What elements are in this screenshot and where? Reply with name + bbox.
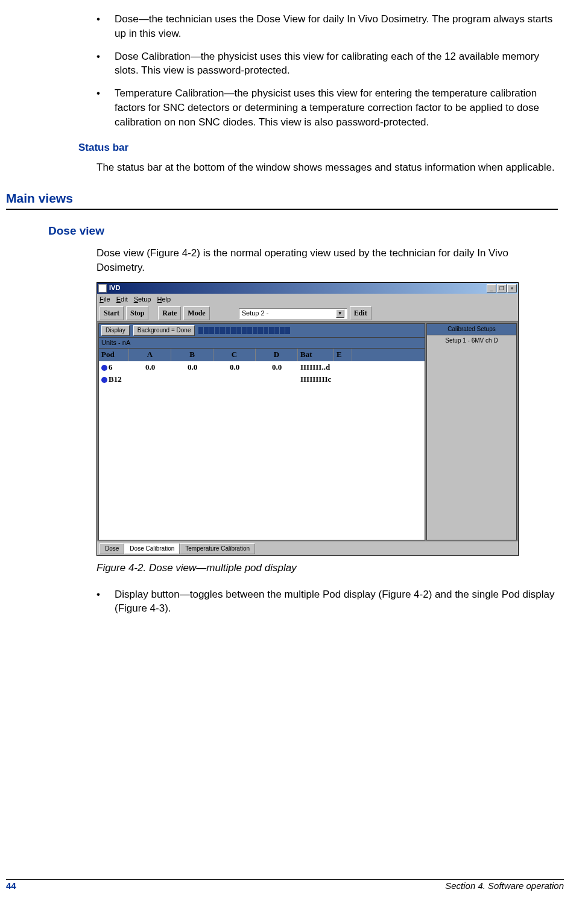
- page-number: 44: [6, 879, 16, 892]
- rate-button[interactable]: Rate: [158, 306, 181, 320]
- mode-button[interactable]: Mode: [183, 306, 209, 320]
- cell: [256, 373, 298, 385]
- status-bar-heading: Status bar: [78, 141, 558, 155]
- titlebar-text: IVD: [109, 283, 487, 292]
- col-e: E: [334, 349, 352, 361]
- dose-view-body: Dose view (Figure 4-2) is the normal ope…: [96, 246, 558, 275]
- calibrated-setups-header: Calibrated Setups: [426, 323, 517, 335]
- pod-id: B12: [109, 375, 122, 384]
- background-status: Background = Done: [133, 325, 195, 336]
- status-bar-body: The status bar at the bottom of the wind…: [96, 160, 558, 175]
- menu-edit[interactable]: Edit: [116, 295, 128, 304]
- cell: [334, 361, 352, 373]
- cell: [213, 373, 256, 385]
- calibrated-setup-item[interactable]: Setup 1 - 6MV ch D: [428, 337, 515, 345]
- cell: [129, 373, 171, 385]
- figure-caption: Figure 4-2. Dose view—multiple pod displ…: [96, 561, 558, 575]
- cell: 0.0: [213, 361, 256, 373]
- bullet-item: Display button—toggles between the multi…: [96, 587, 558, 616]
- table-row: 6 0.0 0.0 0.0 0.0 IIIIIII..d: [99, 361, 425, 373]
- cell: 0.0: [129, 361, 171, 373]
- col-c: C: [213, 349, 256, 361]
- tab-dose-calibration[interactable]: Dose Calibration: [124, 543, 180, 554]
- stop-button[interactable]: Stop: [126, 306, 148, 320]
- tab-dose[interactable]: Dose: [100, 543, 124, 554]
- col-d: D: [256, 349, 298, 361]
- col-a: A: [129, 349, 171, 361]
- menu-setup[interactable]: Setup: [134, 295, 151, 304]
- app-icon: [98, 284, 107, 292]
- menu-file[interactable]: File: [100, 295, 110, 304]
- menubar: File Edit Setup Help: [97, 294, 518, 305]
- col-b: B: [171, 349, 213, 361]
- setup-select[interactable]: Setup 2 - ▼: [239, 308, 347, 319]
- progress-bar: [198, 327, 290, 334]
- bat-cell: IIIIIIIIIc: [298, 373, 334, 385]
- status-dot-icon: [101, 377, 107, 383]
- bullet-item: Temperature Calibration—the physicist us…: [96, 86, 558, 129]
- grid-header: Pod A B C D Bat E: [99, 349, 425, 361]
- main-views-heading: Main views: [6, 189, 558, 207]
- bullet-item: Dose Calibration—the physicist uses this…: [96, 49, 558, 78]
- col-bat: Bat: [298, 349, 334, 361]
- bat-cell: IIIIIII..d: [298, 361, 334, 373]
- display-toggle-button[interactable]: Display: [101, 325, 130, 336]
- section-label: Section 4. Software operation: [445, 879, 564, 892]
- cell: [171, 373, 213, 385]
- table-row: B12 IIIIIIIIIc: [99, 373, 425, 385]
- titlebar: IVD _ ❐ ×: [97, 283, 518, 294]
- maximize-button[interactable]: ❐: [497, 284, 507, 292]
- pod-id: 6: [109, 362, 113, 372]
- pod-grid: Pod A B C D Bat E 6 0.0 0.0 0.0: [98, 349, 425, 540]
- top-bullet-list: Dose—the technician uses the Dose View f…: [96, 12, 558, 130]
- edit-button[interactable]: Edit: [350, 306, 371, 320]
- after-figure-bullets: Display button—toggles between the multi…: [96, 587, 558, 616]
- units-label: Units - nA: [98, 338, 425, 349]
- setup-select-value: Setup 2 -: [242, 309, 269, 318]
- dose-view-heading: Dose view: [48, 223, 558, 239]
- ivd-app-window: IVD _ ❐ × File Edit Setup Help Start Sto…: [96, 282, 519, 556]
- left-panel-header: Display Background = Done: [98, 323, 425, 338]
- cell: [334, 373, 352, 385]
- bullet-item: Dose—the technician uses the Dose View f…: [96, 12, 558, 41]
- start-button[interactable]: Start: [100, 306, 124, 320]
- close-button[interactable]: ×: [507, 284, 517, 292]
- cell: 0.0: [256, 361, 298, 373]
- page-footer: 44 Section 4. Software operation: [6, 879, 564, 892]
- menu-help[interactable]: Help: [157, 295, 171, 304]
- col-pod: Pod: [99, 349, 129, 361]
- figure-4-2: IVD _ ❐ × File Edit Setup Help Start Sto…: [96, 282, 558, 556]
- cell: 0.0: [171, 361, 213, 373]
- heading-rule: [6, 209, 558, 210]
- minimize-button[interactable]: _: [487, 284, 496, 292]
- tab-temperature-calibration[interactable]: Temperature Calibration: [180, 543, 255, 554]
- calibrated-setups-list: Setup 1 - 6MV ch D: [426, 335, 517, 540]
- status-dot-icon: [101, 365, 107, 371]
- view-tabs: Dose Dose Calibration Temperature Calibr…: [97, 542, 518, 555]
- toolbar: Start Stop Rate Mode Setup 2 - ▼ Edit: [97, 305, 518, 321]
- chevron-down-icon: ▼: [336, 309, 344, 318]
